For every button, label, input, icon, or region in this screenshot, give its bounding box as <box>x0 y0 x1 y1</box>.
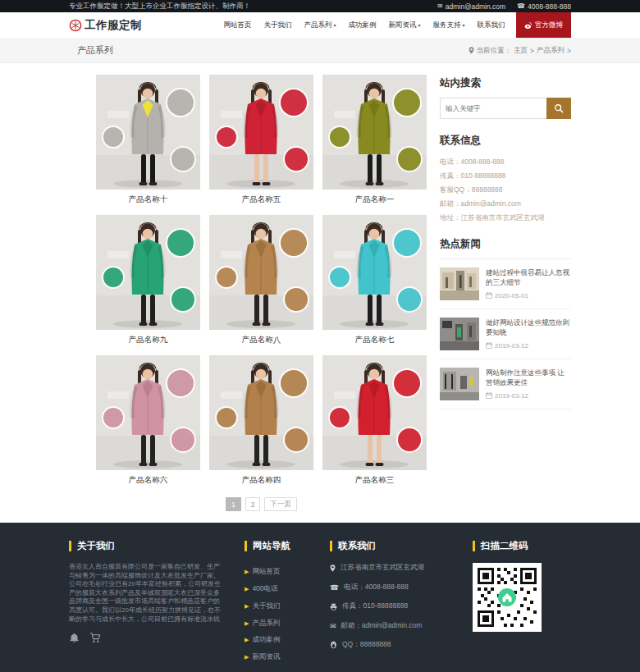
product-card[interactable]: 产品名称九 <box>96 215 200 349</box>
search-button[interactable] <box>546 98 571 119</box>
sidebar-contact-title: 联系信息 <box>440 134 571 148</box>
nav-item-cases[interactable]: 成功案例 <box>342 12 382 38</box>
main-nav: 网站首页 关于我们 产品系列▾ 成功案例 新闻资讯▾ 服务支持▾ 联系我们 官方… <box>217 12 571 38</box>
nav-item-home[interactable]: 网站首页 <box>217 12 258 38</box>
page-button-1[interactable]: 1 <box>226 497 241 511</box>
weibo-button[interactable]: 官方微博 <box>516 12 571 38</box>
product-card[interactable]: 产品名称七 <box>322 215 427 349</box>
footer: 关于我们 香港女人百合服装有限公司是一家集自己研发、生产与销售为一体的高端服饰设… <box>0 523 640 672</box>
footer-nav-400[interactable]: ▶400电话 <box>245 580 310 597</box>
chevron-down-icon: ▾ <box>333 22 336 28</box>
product-name: 产品名称四 <box>209 475 313 485</box>
product-card[interactable]: 产品名称五 <box>209 75 313 208</box>
product-image <box>322 215 427 330</box>
fax-icon <box>330 603 337 610</box>
arrow-icon: ▶ <box>245 654 249 660</box>
search-icon <box>554 103 564 113</box>
hot-news-list: 建站过程中很容易让人忽视的三大细节 2020-05-01 <box>440 258 571 409</box>
product-card[interactable]: 产品名称三 <box>322 355 427 489</box>
footer-nav-about[interactable]: ▶关于我们 <box>245 597 310 615</box>
arrow-icon: ▶ <box>245 569 249 574</box>
product-image <box>96 355 200 470</box>
nav-item-about[interactable]: 关于我们 <box>258 12 298 38</box>
product-name: 产品名称六 <box>96 475 200 485</box>
contact-info: 电话：4008-888-888 传真：010-88888888 客服QQ：888… <box>440 155 571 225</box>
chevron-down-icon: ▾ <box>418 22 420 28</box>
sidebar-news-title: 热点新闻 <box>440 237 571 251</box>
product-list-column: 产品名称十 <box>69 75 427 511</box>
footer-nav-products[interactable]: ▶产品系列 <box>245 615 310 632</box>
nav-item-contact[interactable]: 联系我们 <box>471 12 511 38</box>
arrow-icon: ▶ <box>245 637 249 642</box>
footer-nav-home[interactable]: ▶网站首页 <box>245 563 310 580</box>
breadcrumb-home-link[interactable]: 主页 <box>514 46 528 56</box>
arrow-icon: ▶ <box>245 620 249 626</box>
contact-fax: 传真：010-88888888 <box>440 169 571 183</box>
footer-about-text: 香港女人百合服装有限公司是一家集自己研发、生产与销售为一体的高端服饰设计及大衣批… <box>69 563 225 624</box>
main-content: 产品名称十 <box>69 63 571 523</box>
sidebar-search-title: 站内搜索 <box>440 76 571 90</box>
product-name: 产品名称九 <box>96 335 200 345</box>
product-image <box>322 75 427 190</box>
calendar-icon <box>486 392 492 399</box>
news-thumbnail <box>440 368 479 400</box>
topbar-slogan: 专业工作服定做！大型上市企业工作服指定设计、制作商！ <box>69 2 250 11</box>
product-grid: 产品名称十 <box>96 75 427 489</box>
news-title: 建站过程中很容易让人忽视的三大细节 <box>486 267 571 288</box>
location-pin-icon <box>330 565 336 572</box>
phone-icon: ☎ <box>517 3 525 10</box>
cart-icon[interactable] <box>89 633 101 643</box>
product-image <box>322 355 427 470</box>
footer-contact-phone: ☎ 电话：4008-888-888 <box>330 583 453 592</box>
product-card[interactable]: 产品名称四 <box>209 355 313 489</box>
news-date: 2019-03-12 <box>486 342 571 350</box>
news-item[interactable]: 建站过程中很容易让人忽视的三大细节 2020-05-01 <box>440 259 571 309</box>
product-name: 产品名称五 <box>209 194 313 204</box>
logo-text: 工作服定制 <box>85 18 142 33</box>
news-date: 2020-05-01 <box>486 292 571 299</box>
breadcrumb-current: 产品系列 <box>537 46 565 56</box>
product-card[interactable]: 产品名称十 <box>96 75 200 208</box>
footer-nav-title: 网站导航 <box>245 541 310 551</box>
footer-nav-cases[interactable]: ▶成功案例 <box>245 631 310 648</box>
footer-contact-qq[interactable]: QQ：88888888 <box>330 640 453 650</box>
news-item[interactable]: 做好网站设计这些规范你则要知晓 2019-03-12 <box>440 309 571 359</box>
footer-contact-email[interactable]: ✉ 邮箱：admin@admin.com <box>330 621 453 631</box>
site-search <box>440 98 571 119</box>
logo[interactable]: 工作服定制 <box>69 18 142 33</box>
nav-item-news[interactable]: 新闻资讯▾ <box>382 12 427 38</box>
news-title: 做好网站设计这些规范你则要知晓 <box>486 318 571 338</box>
product-card[interactable]: 产品名称八 <box>209 215 313 349</box>
phone-icon: ☎ <box>330 583 339 592</box>
nav-item-products[interactable]: 产品系列▾ <box>298 12 342 38</box>
mail-icon: ✉ <box>437 3 443 10</box>
product-image <box>96 75 200 190</box>
product-name: 产品名称十 <box>96 194 200 204</box>
footer-nav-news[interactable]: ▶新闻资讯 <box>245 648 310 665</box>
qr-code <box>473 563 542 632</box>
product-name: 产品名称八 <box>209 335 313 345</box>
next-page-button[interactable]: 下一页 <box>264 497 297 511</box>
product-card[interactable]: 产品名称六 <box>96 355 200 489</box>
product-image <box>209 215 313 330</box>
footer-contact: 联系我们 江苏省南京市玄武区玄武湖 ☎ 电话：4008-888-888 传真：0… <box>330 541 453 665</box>
footer-nav: 网站导航 ▶网站首页 ▶400电话 ▶关于我们 ▶产品系列 ▶成功案例 ▶新闻资… <box>245 541 310 665</box>
page-title: 产品系列 <box>69 44 113 57</box>
footer-qr-title: 扫描二维码 <box>473 541 563 551</box>
search-input[interactable] <box>440 98 546 119</box>
product-card[interactable]: 产品名称一 <box>322 75 427 208</box>
nav-item-support[interactable]: 服务支持▾ <box>427 12 471 38</box>
logo-icon <box>69 19 82 32</box>
breadcrumb: 当前位置： 主页 > 产品系列 > <box>469 46 571 56</box>
header: 工作服定制 网站首页 关于我们 产品系列▾ 成功案例 新闻资讯▾ 服务支持▾ 联… <box>0 12 640 38</box>
footer-about: 关于我们 香港女人百合服装有限公司是一家集自己研发、生产与销售为一体的高端服饰设… <box>69 541 225 665</box>
sidebar: 站内搜索 联系信息 电话：4008-888-888 传真：010-8888888… <box>440 75 571 511</box>
product-image <box>209 355 313 470</box>
chevron-down-icon: ▾ <box>462 22 464 28</box>
news-item[interactable]: 网站制作注意这些事项 让营销效果更佳 2019-03-12 <box>440 359 571 409</box>
topbar-email[interactable]: ✉ admin@admin.com <box>437 2 505 11</box>
news-thumbnail <box>440 318 479 350</box>
product-name: 产品名称一 <box>322 194 427 204</box>
page-button-2[interactable]: 2 <box>245 497 261 511</box>
bell-icon[interactable] <box>69 633 80 643</box>
